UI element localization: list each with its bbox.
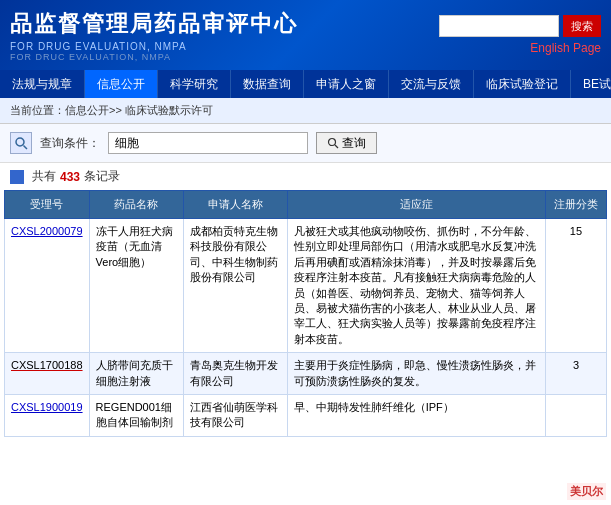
search-section: 查询条件： 查询 — [0, 124, 611, 163]
nav-item-exchange[interactable]: 交流与反馈 — [389, 70, 474, 98]
breadcrumb: 当前位置：信息公开>> 临床试验默示许可 — [0, 98, 611, 124]
records-bar: 共有 433 条记录 — [0, 163, 611, 190]
cell-category-2: 3 — [545, 353, 606, 395]
site-title-cn: 品监督管理局药品审评中心 — [10, 9, 298, 39]
cell-id-2: CXSL1700188 — [5, 353, 90, 395]
data-table-container: 受理号 药品名称 申请人名称 适应症 注册分类 CXSL2000079 冻干人用… — [0, 190, 611, 437]
nav-bar: 法规与规章 信息公开 科学研究 数据查询 申请人之窗 交流与反馈 临床试验登记 … — [0, 70, 611, 98]
search-label: 查询条件： — [40, 135, 100, 152]
svg-point-2 — [329, 139, 336, 146]
records-suffix: 条记录 — [84, 168, 120, 185]
cell-applicant-2: 青岛奥克生物开发有限公司 — [184, 353, 288, 395]
header-search-bar: 搜索 — [439, 15, 601, 37]
table-row: CXSL1700188 人脐带间充质干细胞注射液 青岛奥克生物开发有限公司 主要… — [5, 353, 607, 395]
search-input[interactable] — [108, 132, 308, 154]
record-link-1[interactable]: CXSL2000079 — [11, 225, 83, 237]
breadcrumb-text: 当前位置：信息公开>> 临床试验默示许可 — [10, 104, 213, 116]
nav-item-applicant[interactable]: 申请人之窗 — [304, 70, 389, 98]
header-search-button[interactable]: 搜索 — [563, 15, 601, 37]
cell-applicant-3: 江西省仙萌医学科技有限公司 — [184, 394, 288, 436]
nav-item-data[interactable]: 数据查询 — [231, 70, 304, 98]
nav-item-be[interactable]: BE试验备案 — [571, 70, 611, 98]
svg-line-3 — [335, 145, 338, 148]
svg-line-1 — [24, 146, 28, 150]
cell-category-3 — [545, 394, 606, 436]
data-table: 受理号 药品名称 申请人名称 适应症 注册分类 CXSL2000079 冻干人用… — [4, 190, 607, 437]
col-header-applicant: 申请人名称 — [184, 191, 288, 219]
page-header: 品监督管理局药品审评中心 FOR DRUG EVALUATION, NMPA F… — [0, 0, 611, 70]
col-header-drug: 药品名称 — [89, 191, 184, 219]
col-header-indication: 适应症 — [287, 191, 545, 219]
search-button[interactable]: 查询 — [316, 132, 377, 154]
cell-drug-1: 冻干人用狂犬病疫苗（无血清Vero细胞） — [89, 219, 184, 353]
nav-item-regulations[interactable]: 法规与规章 — [0, 70, 85, 98]
cell-drug-2: 人脐带间充质干细胞注射液 — [89, 353, 184, 395]
header-right: 搜索 English Page — [439, 15, 601, 55]
search-btn-label: 查询 — [342, 135, 366, 152]
cell-indication-3: 早、中期特发性肺纤维化（IPF） — [287, 394, 545, 436]
site-title-en1: FOR DRUG EVALUATION, NMPA — [10, 41, 298, 52]
logo: 品监督管理局药品审评中心 FOR DRUG EVALUATION, NMPA F… — [10, 9, 298, 62]
cell-id-3: CXSL1900019 — [5, 394, 90, 436]
records-count: 433 — [60, 170, 80, 184]
col-header-id: 受理号 — [5, 191, 90, 219]
cell-indication-1: 凡被狂犬或其他疯动物咬伤、抓伤时，不分年龄、性别立即处理局部伤口（用清水或肥皂水… — [287, 219, 545, 353]
header-search-input[interactable] — [439, 15, 559, 37]
site-title-en2: FOR DRUC EVALUATION, NMPA — [10, 52, 298, 62]
col-header-category: 注册分类 — [545, 191, 606, 219]
nav-item-clinical[interactable]: 临床试验登记 — [474, 70, 571, 98]
table-row: CXSL2000079 冻干人用狂犬病疫苗（无血清Vero细胞） 成都柏贡特克生… — [5, 219, 607, 353]
cell-indication-2: 主要用于炎症性肠病，即急、慢性溃疡性肠炎，并可预防溃疡性肠炎的复发。 — [287, 353, 545, 395]
cell-category-1: 15 — [545, 219, 606, 353]
record-link-2[interactable]: CXSL1700188 — [11, 359, 83, 371]
record-link-3[interactable]: CXSL1900019 — [11, 401, 83, 413]
cell-drug-3: REGEND001细胞自体回输制剂 — [89, 394, 184, 436]
nav-item-science[interactable]: 科学研究 — [158, 70, 231, 98]
cell-id-1: CXSL2000079 — [5, 219, 90, 353]
english-page-link[interactable]: English Page — [530, 41, 601, 55]
svg-point-0 — [16, 138, 24, 146]
search-icon — [10, 132, 32, 154]
table-header-row: 受理号 药品名称 申请人名称 适应症 注册分类 — [5, 191, 607, 219]
nav-item-information[interactable]: 信息公开 — [85, 70, 158, 98]
cell-applicant-1: 成都柏贡特克生物科技股份有限公司、中科生物制药股份有限公司 — [184, 219, 288, 353]
table-row: CXSL1900019 REGEND001细胞自体回输制剂 江西省仙萌医学科技有… — [5, 394, 607, 436]
records-prefix: 共有 — [32, 168, 56, 185]
